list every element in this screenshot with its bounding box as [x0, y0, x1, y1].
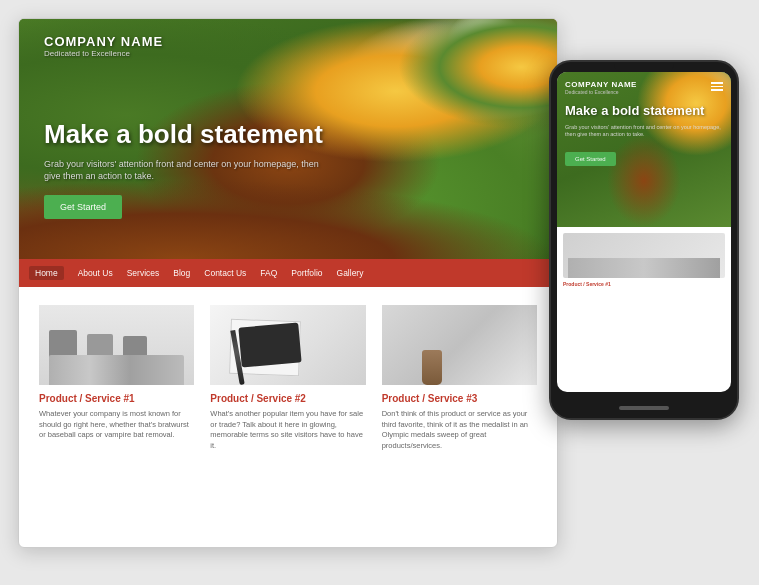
nav-item-faq[interactable]: FAQ: [260, 268, 277, 278]
mobile-hero-title: Make a bold statement: [565, 103, 723, 119]
product-card-1: Product / Service #1 Whatever your compa…: [39, 305, 194, 451]
nav-item-home[interactable]: Home: [29, 266, 64, 280]
mobile-notch: [614, 62, 674, 72]
company-header: COMPANY NAME Dedicated to Excellence: [44, 34, 163, 58]
chair-decoration: [49, 330, 77, 380]
mobile-company-tagline: Dedicated to Excellence: [565, 89, 637, 95]
mobile-product-img-1: [563, 233, 725, 278]
nav-item-about[interactable]: About Us: [78, 268, 113, 278]
mobile-home-indicator: [551, 398, 737, 418]
product-image-1: [39, 305, 194, 385]
mobile-company-name: COMPANY NAME: [565, 80, 637, 89]
company-name: COMPANY NAME: [44, 34, 163, 49]
mobile-mockup: COMPANY NAME Dedicated to Excellence Mak…: [549, 60, 739, 420]
nav-item-blog[interactable]: Blog: [173, 268, 190, 278]
mobile-hero-subtitle: Grab your visitors' attention front and …: [565, 124, 723, 139]
product-title-2: Product / Service #2: [210, 393, 365, 404]
hero-section: COMPANY NAME Dedicated to Excellence Mak…: [19, 19, 557, 259]
nav-item-portfolio[interactable]: Portfolio: [291, 268, 322, 278]
product-image-3: [382, 305, 537, 385]
hero-get-started-button[interactable]: Get Started: [44, 195, 122, 219]
hero-title: Make a bold statement: [44, 119, 334, 150]
chair-decoration: [87, 334, 113, 380]
hero-subtitle: Grab your visitors' attention front and …: [44, 158, 334, 183]
mobile-nav-header: COMPANY NAME Dedicated to Excellence: [565, 80, 723, 95]
mobile-hero-content: Make a bold statement Grab your visitors…: [565, 103, 723, 166]
navigation-bar: Home About Us Services Blog Contact Us F…: [19, 259, 557, 287]
mobile-screen: COMPANY NAME Dedicated to Excellence Mak…: [557, 72, 731, 392]
hamburger-menu-icon[interactable]: [711, 82, 723, 91]
mobile-company-info: COMPANY NAME Dedicated to Excellence: [565, 80, 637, 95]
hamburger-line-1: [711, 82, 723, 84]
mobile-product-card-1: Product / Service #1: [563, 233, 725, 287]
products-section: Product / Service #1 Whatever your compa…: [19, 287, 557, 469]
product-image-2: [210, 305, 365, 385]
mobile-get-started-button[interactable]: Get Started: [565, 152, 616, 166]
product-desc-3: Don't think of this product or service a…: [382, 409, 537, 451]
nav-item-gallery[interactable]: Gallery: [337, 268, 364, 278]
product-desc-1: Whatever your company is most known for …: [39, 409, 194, 441]
hamburger-line-2: [711, 86, 723, 88]
chair-decoration: [123, 336, 147, 380]
company-tagline: Dedicated to Excellence: [44, 49, 163, 58]
nav-item-contact[interactable]: Contact Us: [204, 268, 246, 278]
vase-decoration: [422, 350, 442, 385]
hero-flowers: [377, 19, 557, 139]
desktop-mockup: COMPANY NAME Dedicated to Excellence Mak…: [18, 18, 558, 548]
mobile-hero: COMPANY NAME Dedicated to Excellence Mak…: [557, 72, 731, 227]
product-desc-2: What's another popular item you have for…: [210, 409, 365, 451]
product-card-3: Product / Service #3 Don't think of this…: [382, 305, 537, 451]
mobile-home-bar: [619, 406, 669, 410]
product-title-1: Product / Service #1: [39, 393, 194, 404]
hero-content: Make a bold statement Grab your visitors…: [44, 119, 334, 219]
mobile-products: Product / Service #1: [557, 227, 731, 293]
mobile-product-title-1: Product / Service #1: [563, 281, 725, 287]
hamburger-line-3: [711, 89, 723, 91]
scene: COMPANY NAME Dedicated to Excellence Mak…: [0, 0, 759, 585]
product-title-3: Product / Service #3: [382, 393, 537, 404]
nav-item-services[interactable]: Services: [127, 268, 160, 278]
product-card-2: Product / Service #2 What's another popu…: [210, 305, 365, 451]
